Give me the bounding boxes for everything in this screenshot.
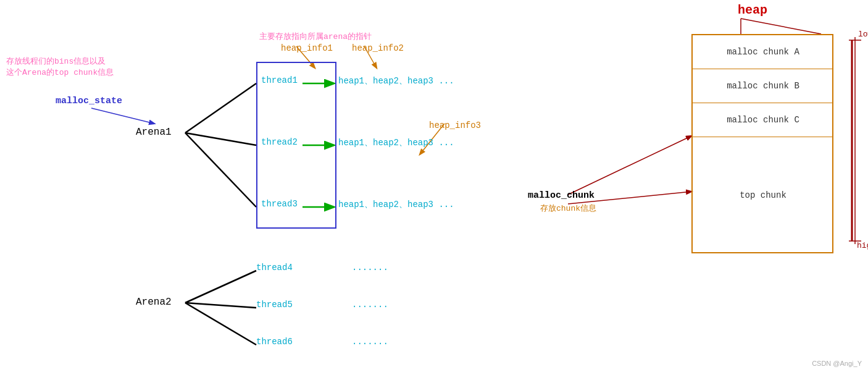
malloc-state-desc1: 存放线程们的bins信息以及 bbox=[6, 56, 106, 67]
malloc-chunk-desc: 存放chunk信息 bbox=[540, 203, 596, 214]
thread4-label: thread4 bbox=[256, 263, 293, 273]
arena1-label: Arena1 bbox=[136, 127, 172, 138]
watermark: CSDN @Angi_Y bbox=[812, 360, 862, 367]
malloc-chunk-c-label: malloc chunk C bbox=[727, 115, 799, 125]
thread2-label: thread2 bbox=[261, 137, 298, 147]
svg-line-3 bbox=[185, 271, 256, 303]
svg-line-0 bbox=[185, 83, 256, 133]
thread5-label: thread5 bbox=[256, 300, 293, 310]
dots2: ....... bbox=[352, 300, 388, 310]
malloc-chunk-b-label: malloc chunk B bbox=[727, 81, 799, 91]
svg-line-1 bbox=[185, 133, 256, 145]
svg-line-15 bbox=[568, 136, 691, 195]
low-label: low bbox=[858, 30, 868, 39]
svg-line-2 bbox=[185, 133, 256, 207]
heap-info2-label: heap_info2 bbox=[352, 43, 404, 53]
heap-list2: heap1、heap2、heap3 ... bbox=[338, 137, 454, 148]
top-chunk-label: top chunk bbox=[740, 190, 787, 200]
svg-line-14 bbox=[741, 19, 821, 34]
dots1: ....... bbox=[352, 263, 388, 273]
heap-title: heap bbox=[738, 3, 767, 17]
malloc-state-label: malloc_state bbox=[56, 96, 122, 106]
heap-info-desc: 主要存放指向所属arena的指针 bbox=[259, 31, 372, 42]
heap-info3-label: heap_info3 bbox=[429, 120, 481, 130]
high-label: high bbox=[857, 241, 868, 250]
svg-line-5 bbox=[185, 303, 256, 345]
arena2-label: Arena2 bbox=[136, 297, 172, 308]
thread3-label: thread3 bbox=[261, 199, 298, 209]
heap-list1: heap1、heap2、heap3 ... bbox=[338, 75, 454, 87]
dots3: ....... bbox=[352, 337, 388, 347]
svg-line-4 bbox=[185, 303, 256, 308]
svg-line-9 bbox=[91, 108, 154, 124]
heap-info1-label: heap_info1 bbox=[281, 43, 333, 53]
malloc-state-desc2: 这个Arena的top chunk信息 bbox=[6, 67, 114, 78]
thread1-label: thread1 bbox=[261, 75, 298, 85]
malloc-chunk-a-label: malloc chunk A bbox=[727, 47, 799, 57]
malloc-chunk-label: malloc_chunk bbox=[528, 190, 595, 201]
heap-list3: heap1、heap2、heap3 ... bbox=[338, 199, 454, 210]
thread6-label: thread6 bbox=[256, 337, 293, 347]
